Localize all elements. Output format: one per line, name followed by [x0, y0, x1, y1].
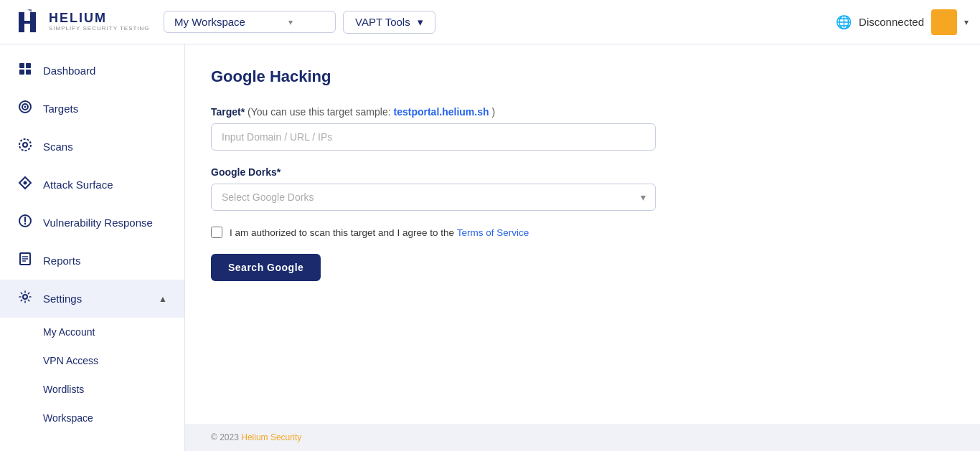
attack-surface-icon — [17, 176, 33, 194]
user-avatar[interactable] — [931, 9, 957, 35]
sidebar-label-vulnerability-response: Vulnerability Response — [43, 217, 153, 229]
page-title: Google Hacking — [211, 67, 954, 86]
workspace-label: My Workspace — [174, 16, 245, 28]
vapt-label: VAPT Tools — [355, 16, 410, 28]
svg-rect-4 — [26, 70, 31, 75]
vulnerability-icon — [17, 214, 33, 232]
sidebar-item-dashboard[interactable]: Dashboard — [0, 52, 184, 90]
svg-rect-1 — [19, 63, 24, 68]
globe-icon: 🌐 — [836, 14, 852, 30]
sidebar-item-scans[interactable]: Scans — [0, 128, 184, 166]
content-area: Google Hacking Target* (You can use this… — [185, 44, 980, 451]
sidebar-item-attack-surface[interactable]: Attack Surface — [0, 166, 184, 204]
header-center: My Workspace ▾ VAPT Tools ▾ — [164, 11, 827, 34]
svg-rect-2 — [26, 63, 31, 68]
sidebar-label-dashboard: Dashboard — [43, 65, 95, 77]
helium-logo — [11, 6, 43, 38]
dorks-select-wrapper: Select Google Dorks — [211, 184, 656, 211]
target-label: Target* (You can use this target sample:… — [211, 106, 656, 118]
workspace-chevron-icon: ▾ — [288, 17, 293, 27]
sidebar-item-settings[interactable]: Settings ▲ — [0, 280, 184, 318]
my-account-label: My Account — [43, 326, 95, 338]
vapt-chevron-icon: ▾ — [418, 16, 423, 29]
workspace-label: Workspace — [43, 412, 93, 424]
sidebar-item-targets[interactable]: Targets — [0, 90, 184, 128]
terms-of-service-link[interactable]: Terms of Service — [457, 227, 529, 238]
dashboard-icon — [17, 62, 33, 80]
svg-point-9 — [23, 143, 27, 147]
user-menu-chevron-icon[interactable]: ▾ — [964, 17, 969, 27]
google-hacking-form: Target* (You can use this target sample:… — [211, 106, 656, 281]
wordlists-label: Wordlists — [43, 384, 84, 395]
search-google-button[interactable]: Search Google — [211, 254, 321, 281]
sidebar-item-workspace[interactable]: Workspace — [0, 404, 184, 432]
sidebar-label-attack-surface: Attack Surface — [43, 179, 113, 191]
dorks-select[interactable]: Select Google Dorks — [211, 184, 656, 211]
sidebar-item-vpn-access[interactable]: VPN Access — [0, 346, 184, 375]
tos-checkbox[interactable] — [211, 227, 222, 238]
dorks-label: Google Dorks* — [211, 166, 656, 178]
footer: © 2023 Helium Security — [185, 424, 980, 451]
sidebar-item-vulnerability-response[interactable]: Vulnerability Response — [0, 204, 184, 242]
sidebar-label-targets: Targets — [43, 103, 78, 115]
vpn-access-label: VPN Access — [43, 355, 98, 366]
header: HELIUM SIMPLIFY SECURITY TESTING My Work… — [0, 0, 980, 44]
logo-tagline: SIMPLIFY SECURITY TESTING — [49, 26, 150, 32]
sidebar-item-reports[interactable]: Reports — [0, 242, 184, 280]
tos-checkbox-row: I am authorized to scan this target and … — [211, 227, 656, 238]
scans-icon — [17, 138, 33, 156]
svg-rect-3 — [19, 70, 24, 75]
sidebar-label-reports: Reports — [43, 255, 81, 267]
target-input[interactable] — [211, 123, 656, 151]
sidebar-label-scans: Scans — [43, 141, 73, 153]
target-sample-link[interactable]: testportal.helium.sh — [393, 106, 489, 118]
svg-point-16 — [23, 295, 27, 299]
footer-text: © 2023 — [211, 432, 241, 442]
settings-icon — [17, 290, 33, 308]
workspace-dropdown[interactable]: My Workspace ▾ — [164, 11, 336, 33]
dorks-field-group: Google Dorks* Select Google Dorks — [211, 166, 656, 211]
disconnected-status: Disconnected — [859, 16, 924, 28]
logo-area: HELIUM SIMPLIFY SECURITY TESTING — [11, 6, 155, 38]
targets-icon — [17, 100, 33, 118]
target-field-group: Target* (You can use this target sample:… — [211, 106, 656, 151]
reports-icon — [17, 252, 33, 270]
sidebar-label-settings: Settings — [43, 293, 82, 305]
settings-submenu: My Account VPN Access Wordlists Workspac… — [0, 318, 184, 432]
main-layout: Dashboard Targets Scans Attack Surface V — [0, 44, 980, 451]
footer-link[interactable]: Helium Security — [241, 432, 301, 442]
content-inner: Google Hacking Target* (You can use this… — [185, 44, 980, 424]
header-right: 🌐 Disconnected ▾ — [836, 9, 969, 35]
sidebar-item-my-account[interactable]: My Account — [0, 318, 184, 346]
vapt-tools-button[interactable]: VAPT Tools ▾ — [343, 11, 435, 34]
sidebar: Dashboard Targets Scans Attack Surface V — [0, 44, 185, 451]
svg-point-7 — [24, 106, 27, 108]
tos-label: I am authorized to scan this target and … — [230, 227, 529, 238]
svg-point-8 — [19, 139, 31, 151]
svg-point-10 — [24, 181, 27, 185]
sidebar-item-wordlists[interactable]: Wordlists — [0, 375, 184, 404]
settings-chevron-icon: ▲ — [159, 294, 167, 304]
logo-text: HELIUM — [49, 11, 150, 26]
